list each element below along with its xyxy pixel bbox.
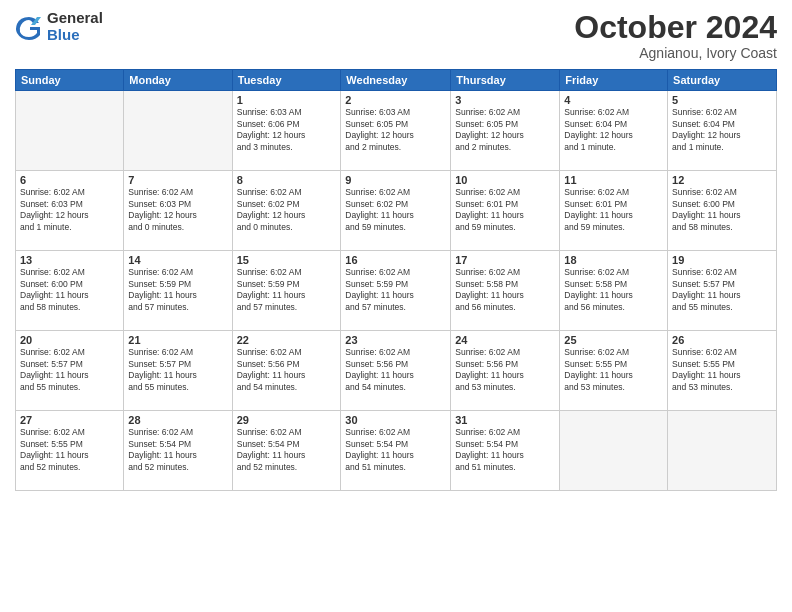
calendar-cell: 10Sunrise: 6:02 AM Sunset: 6:01 PM Dayli… xyxy=(451,171,560,251)
calendar-cell: 25Sunrise: 6:02 AM Sunset: 5:55 PM Dayli… xyxy=(560,331,668,411)
header: General Blue October 2024 Agnianou, Ivor… xyxy=(15,10,777,61)
weekday-header: Wednesday xyxy=(341,70,451,91)
day-number: 19 xyxy=(672,254,772,266)
day-number: 17 xyxy=(455,254,555,266)
weekday-header: Thursday xyxy=(451,70,560,91)
day-info: Sunrise: 6:02 AM Sunset: 6:05 PM Dayligh… xyxy=(455,107,555,153)
day-number: 14 xyxy=(128,254,227,266)
day-info: Sunrise: 6:02 AM Sunset: 5:55 PM Dayligh… xyxy=(564,347,663,393)
calendar-week-row: 13Sunrise: 6:02 AM Sunset: 6:00 PM Dayli… xyxy=(16,251,777,331)
day-info: Sunrise: 6:02 AM Sunset: 6:00 PM Dayligh… xyxy=(672,187,772,233)
day-info: Sunrise: 6:02 AM Sunset: 6:02 PM Dayligh… xyxy=(345,187,446,233)
calendar-cell: 20Sunrise: 6:02 AM Sunset: 5:57 PM Dayli… xyxy=(16,331,124,411)
day-number: 29 xyxy=(237,414,337,426)
day-number: 30 xyxy=(345,414,446,426)
day-info: Sunrise: 6:03 AM Sunset: 6:06 PM Dayligh… xyxy=(237,107,337,153)
calendar-cell: 22Sunrise: 6:02 AM Sunset: 5:56 PM Dayli… xyxy=(232,331,341,411)
day-number: 12 xyxy=(672,174,772,186)
day-info: Sunrise: 6:02 AM Sunset: 6:04 PM Dayligh… xyxy=(672,107,772,153)
day-number: 25 xyxy=(564,334,663,346)
weekday-header: Monday xyxy=(124,70,232,91)
day-info: Sunrise: 6:02 AM Sunset: 5:56 PM Dayligh… xyxy=(345,347,446,393)
calendar-cell: 21Sunrise: 6:02 AM Sunset: 5:57 PM Dayli… xyxy=(124,331,232,411)
calendar-cell: 8Sunrise: 6:02 AM Sunset: 6:02 PM Daylig… xyxy=(232,171,341,251)
calendar-cell: 28Sunrise: 6:02 AM Sunset: 5:54 PM Dayli… xyxy=(124,411,232,491)
logo-text: General Blue xyxy=(47,10,103,43)
calendar-cell: 23Sunrise: 6:02 AM Sunset: 5:56 PM Dayli… xyxy=(341,331,451,411)
calendar-cell xyxy=(16,91,124,171)
calendar-cell: 19Sunrise: 6:02 AM Sunset: 5:57 PM Dayli… xyxy=(668,251,777,331)
calendar-week-row: 1Sunrise: 6:03 AM Sunset: 6:06 PM Daylig… xyxy=(16,91,777,171)
day-number: 20 xyxy=(20,334,119,346)
calendar: SundayMondayTuesdayWednesdayThursdayFrid… xyxy=(15,69,777,491)
logo-general: General xyxy=(47,10,103,27)
day-number: 10 xyxy=(455,174,555,186)
day-number: 5 xyxy=(672,94,772,106)
calendar-cell: 17Sunrise: 6:02 AM Sunset: 5:58 PM Dayli… xyxy=(451,251,560,331)
calendar-cell: 29Sunrise: 6:02 AM Sunset: 5:54 PM Dayli… xyxy=(232,411,341,491)
calendar-week-row: 27Sunrise: 6:02 AM Sunset: 5:55 PM Dayli… xyxy=(16,411,777,491)
day-info: Sunrise: 6:02 AM Sunset: 6:04 PM Dayligh… xyxy=(564,107,663,153)
day-info: Sunrise: 6:02 AM Sunset: 5:55 PM Dayligh… xyxy=(672,347,772,393)
calendar-cell: 2Sunrise: 6:03 AM Sunset: 6:05 PM Daylig… xyxy=(341,91,451,171)
weekday-header-row: SundayMondayTuesdayWednesdayThursdayFrid… xyxy=(16,70,777,91)
day-info: Sunrise: 6:02 AM Sunset: 6:03 PM Dayligh… xyxy=(20,187,119,233)
day-info: Sunrise: 6:02 AM Sunset: 5:57 PM Dayligh… xyxy=(20,347,119,393)
weekday-header: Friday xyxy=(560,70,668,91)
day-info: Sunrise: 6:03 AM Sunset: 6:05 PM Dayligh… xyxy=(345,107,446,153)
day-number: 13 xyxy=(20,254,119,266)
day-number: 31 xyxy=(455,414,555,426)
logo: General Blue xyxy=(15,10,103,43)
day-number: 16 xyxy=(345,254,446,266)
day-info: Sunrise: 6:02 AM Sunset: 5:58 PM Dayligh… xyxy=(455,267,555,313)
day-number: 28 xyxy=(128,414,227,426)
day-number: 26 xyxy=(672,334,772,346)
day-number: 4 xyxy=(564,94,663,106)
day-info: Sunrise: 6:02 AM Sunset: 6:01 PM Dayligh… xyxy=(564,187,663,233)
calendar-cell xyxy=(124,91,232,171)
logo-blue: Blue xyxy=(47,27,103,44)
calendar-cell xyxy=(668,411,777,491)
day-info: Sunrise: 6:02 AM Sunset: 5:58 PM Dayligh… xyxy=(564,267,663,313)
calendar-cell: 6Sunrise: 6:02 AM Sunset: 6:03 PM Daylig… xyxy=(16,171,124,251)
calendar-cell: 9Sunrise: 6:02 AM Sunset: 6:02 PM Daylig… xyxy=(341,171,451,251)
calendar-cell: 15Sunrise: 6:02 AM Sunset: 5:59 PM Dayli… xyxy=(232,251,341,331)
location: Agnianou, Ivory Coast xyxy=(574,45,777,61)
day-number: 7 xyxy=(128,174,227,186)
day-number: 18 xyxy=(564,254,663,266)
day-number: 24 xyxy=(455,334,555,346)
day-number: 6 xyxy=(20,174,119,186)
day-info: Sunrise: 6:02 AM Sunset: 5:59 PM Dayligh… xyxy=(237,267,337,313)
day-number: 8 xyxy=(237,174,337,186)
day-info: Sunrise: 6:02 AM Sunset: 5:54 PM Dayligh… xyxy=(345,427,446,473)
day-number: 1 xyxy=(237,94,337,106)
calendar-cell: 27Sunrise: 6:02 AM Sunset: 5:55 PM Dayli… xyxy=(16,411,124,491)
day-info: Sunrise: 6:02 AM Sunset: 5:57 PM Dayligh… xyxy=(672,267,772,313)
day-number: 2 xyxy=(345,94,446,106)
weekday-header: Tuesday xyxy=(232,70,341,91)
calendar-cell: 24Sunrise: 6:02 AM Sunset: 5:56 PM Dayli… xyxy=(451,331,560,411)
title-block: October 2024 Agnianou, Ivory Coast xyxy=(574,10,777,61)
day-info: Sunrise: 6:02 AM Sunset: 6:03 PM Dayligh… xyxy=(128,187,227,233)
calendar-cell: 3Sunrise: 6:02 AM Sunset: 6:05 PM Daylig… xyxy=(451,91,560,171)
day-info: Sunrise: 6:02 AM Sunset: 5:56 PM Dayligh… xyxy=(455,347,555,393)
day-number: 15 xyxy=(237,254,337,266)
calendar-cell: 31Sunrise: 6:02 AM Sunset: 5:54 PM Dayli… xyxy=(451,411,560,491)
day-info: Sunrise: 6:02 AM Sunset: 5:56 PM Dayligh… xyxy=(237,347,337,393)
calendar-cell: 18Sunrise: 6:02 AM Sunset: 5:58 PM Dayli… xyxy=(560,251,668,331)
day-number: 23 xyxy=(345,334,446,346)
calendar-cell: 26Sunrise: 6:02 AM Sunset: 5:55 PM Dayli… xyxy=(668,331,777,411)
page: General Blue October 2024 Agnianou, Ivor… xyxy=(0,0,792,612)
calendar-cell: 14Sunrise: 6:02 AM Sunset: 5:59 PM Dayli… xyxy=(124,251,232,331)
day-number: 11 xyxy=(564,174,663,186)
calendar-cell: 16Sunrise: 6:02 AM Sunset: 5:59 PM Dayli… xyxy=(341,251,451,331)
calendar-week-row: 20Sunrise: 6:02 AM Sunset: 5:57 PM Dayli… xyxy=(16,331,777,411)
calendar-cell: 4Sunrise: 6:02 AM Sunset: 6:04 PM Daylig… xyxy=(560,91,668,171)
logo-icon xyxy=(15,13,43,41)
month-title: October 2024 xyxy=(574,10,777,45)
weekday-header: Sunday xyxy=(16,70,124,91)
day-info: Sunrise: 6:02 AM Sunset: 5:59 PM Dayligh… xyxy=(128,267,227,313)
calendar-cell: 13Sunrise: 6:02 AM Sunset: 6:00 PM Dayli… xyxy=(16,251,124,331)
calendar-cell: 12Sunrise: 6:02 AM Sunset: 6:00 PM Dayli… xyxy=(668,171,777,251)
day-number: 27 xyxy=(20,414,119,426)
